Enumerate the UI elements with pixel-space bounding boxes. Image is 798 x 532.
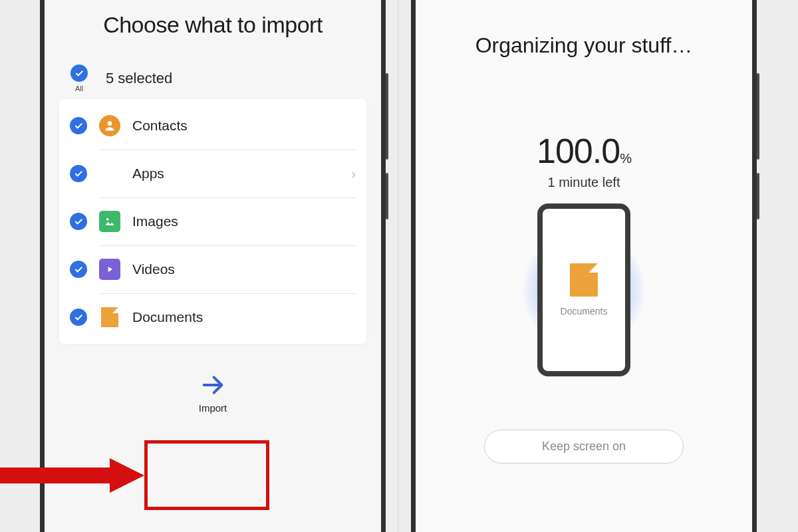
phone-frame-right: Organizing your stuff… 100.0% 1 minute l… — [411, 0, 757, 532]
screen-left: Choose what to import All 5 selected — [45, 0, 381, 532]
import-label: Import — [199, 402, 227, 414]
check-icon — [73, 264, 84, 275]
import-area: Import — [59, 364, 366, 422]
chevron-right-icon: › — [351, 166, 356, 182]
images-icon — [99, 211, 120, 232]
item-checkbox[interactable] — [70, 261, 87, 278]
phone-side-button — [386, 173, 388, 219]
item-row-images[interactable]: Images — [59, 198, 366, 245]
selected-count: 5 selected — [106, 70, 172, 87]
item-checkbox[interactable] — [70, 117, 87, 134]
svg-point-0 — [108, 121, 112, 126]
svg-point-1 — [106, 218, 109, 221]
select-all-checkbox[interactable] — [70, 65, 88, 82]
phone-side-button — [386, 73, 388, 160]
item-checkbox[interactable] — [70, 309, 87, 326]
check-icon — [73, 312, 84, 323]
item-row-videos[interactable]: Videos — [59, 245, 366, 293]
page-title: Choose what to import — [59, 12, 366, 38]
current-item-label: Documents — [561, 306, 608, 317]
arrow-right-icon — [200, 372, 226, 398]
import-button[interactable]: Import — [179, 364, 247, 422]
select-all-row[interactable]: All 5 selected — [59, 65, 366, 99]
phone-side-button — [757, 173, 759, 219]
keep-screen-on-button[interactable]: Keep screen on — [484, 430, 684, 464]
item-checkbox[interactable] — [70, 165, 87, 182]
percent-unit: % — [620, 151, 631, 166]
item-row-documents[interactable]: Documents — [59, 293, 366, 341]
progress-area: 100.0% 1 minute left Documents — [430, 131, 737, 370]
phone-side-button — [757, 73, 759, 160]
item-row-apps[interactable]: Apps › — [59, 150, 366, 198]
screen-right: Organizing your stuff… 100.0% 1 minute l… — [416, 0, 752, 532]
item-label: Documents — [132, 309, 356, 325]
videos-icon — [99, 259, 120, 280]
item-label: Videos — [132, 261, 356, 277]
page-title: Organizing your stuff… — [430, 33, 737, 58]
documents-icon — [570, 263, 598, 297]
phone-frame-left: Choose what to import All 5 selected — [40, 0, 386, 532]
import-items-card: Contacts Apps › — [59, 99, 366, 344]
item-row-contacts[interactable]: Contacts — [59, 102, 366, 150]
check-icon — [73, 216, 84, 227]
right-screenshot: Organizing your stuff… 100.0% 1 minute l… — [399, 0, 798, 532]
item-label: Images — [132, 213, 356, 229]
item-checkbox[interactable] — [70, 213, 87, 230]
apps-icon — [99, 165, 120, 182]
check-icon — [73, 168, 84, 179]
item-label: Apps — [132, 166, 339, 182]
progress-percent: 100.0% — [430, 131, 737, 171]
contacts-icon — [99, 115, 120, 136]
item-label: Contacts — [132, 118, 356, 134]
keep-screen-on-label: Keep screen on — [542, 440, 626, 453]
time-remaining: 1 minute left — [430, 175, 737, 190]
left-screenshot: Choose what to import All 5 selected — [0, 0, 399, 532]
select-all-label: All — [75, 84, 83, 92]
check-icon — [74, 68, 84, 78]
check-icon — [73, 120, 84, 131]
mini-phone-illustration: Documents — [537, 203, 630, 376]
percent-value: 100.0 — [537, 132, 620, 170]
documents-icon — [99, 307, 120, 328]
progress-glow: Documents — [504, 210, 664, 370]
